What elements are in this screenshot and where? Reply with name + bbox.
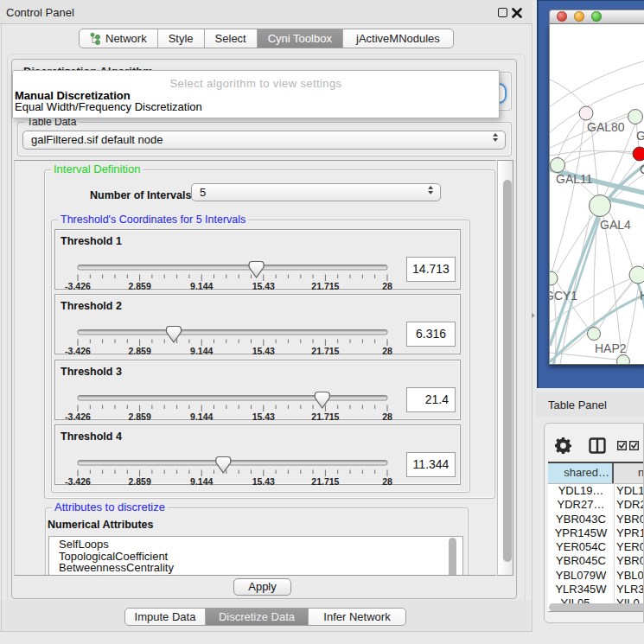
svg-text:HAP2: HAP2 — [595, 341, 627, 355]
svg-text:9.144: 9.144 — [190, 281, 213, 291]
svg-text:-3.426: -3.426 — [65, 346, 91, 356]
svg-text:GAL11: GAL11 — [556, 172, 593, 186]
svg-text:21.715: 21.715 — [311, 346, 339, 356]
svg-text:15.43: 15.43 — [252, 281, 275, 291]
svg-text:GAL80: GAL80 — [587, 120, 625, 134]
svg-text:28: 28 — [382, 346, 392, 356]
svg-text:GA: GA — [636, 129, 644, 143]
svg-text:-3.426: -3.426 — [65, 476, 91, 487]
svg-text:21.715: 21.715 — [311, 476, 339, 487]
svg-text:28: 28 — [382, 281, 392, 291]
svg-text:15.43: 15.43 — [252, 476, 275, 487]
svg-text:21.715: 21.715 — [311, 411, 339, 422]
svg-text:GAL4: GAL4 — [600, 218, 631, 232]
svg-text:-3.426: -3.426 — [65, 411, 91, 422]
svg-text:15.43: 15.43 — [252, 346, 275, 356]
svg-text:9.144: 9.144 — [190, 476, 213, 487]
svg-text:28: 28 — [382, 476, 392, 487]
svg-text:2.859: 2.859 — [128, 476, 150, 487]
svg-text:2.859: 2.859 — [128, 411, 150, 422]
svg-text:9.144: 9.144 — [190, 346, 213, 356]
svg-text:H: H — [640, 289, 644, 303]
svg-text:9.144: 9.144 — [190, 411, 213, 422]
svg-text:21.715: 21.715 — [311, 281, 339, 291]
svg-text:2.859: 2.859 — [128, 346, 150, 356]
svg-text:2.859: 2.859 — [128, 281, 150, 291]
svg-text:C: C — [640, 163, 644, 176]
svg-text:GCY1: GCY1 — [550, 289, 577, 303]
svg-text:28: 28 — [382, 411, 392, 422]
svg-text:-3.426: -3.426 — [65, 281, 91, 291]
svg-text:15.43: 15.43 — [252, 411, 275, 422]
